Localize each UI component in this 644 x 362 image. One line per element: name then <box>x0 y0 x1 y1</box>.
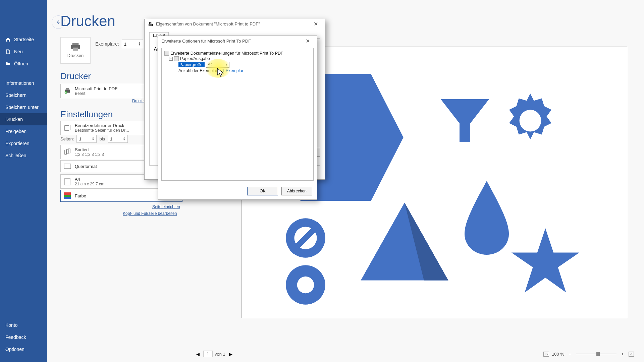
close-button[interactable]: ✕ <box>310 20 322 28</box>
sidebar-item-label: Speichern <box>5 93 26 98</box>
preview-footer: ◀ von 1 ▶ ▭ 100 % − + ⤢ <box>195 351 634 357</box>
doc-icon <box>164 51 169 56</box>
shape-nosymbol <box>282 215 329 261</box>
tree-group-paper[interactable]: − Papier/Ausgabe <box>169 56 311 61</box>
zoom-out-button[interactable]: − <box>567 352 574 357</box>
pages-from-input[interactable] <box>79 136 89 141</box>
sidebar-item-label: Feedback <box>5 335 26 340</box>
sidebar-item-label: Konto <box>5 322 18 328</box>
pages-icon <box>63 124 71 132</box>
prev-page-button[interactable]: ◀ <box>195 352 201 357</box>
backstage-sidebar: Startseite Neu Öffnen Informationen Spei… <box>0 0 47 362</box>
sidebar-item-label: Freigeben <box>5 129 26 134</box>
copies-label: Exemplare: <box>95 41 119 47</box>
shape-pyramid <box>353 198 457 295</box>
svg-rect-10 <box>68 148 70 153</box>
color-swatch-icon <box>63 192 71 200</box>
spinner-arrows-icon[interactable]: ▲▼ <box>92 137 95 141</box>
print-button[interactable]: Drucken <box>60 37 91 64</box>
tree-group-label: Papier/Ausgabe <box>180 56 210 61</box>
sidebar-item-label: Öffnen <box>14 61 28 66</box>
sidebar-item-freigeben[interactable]: Freigeben <box>0 125 47 137</box>
sidebar-item-label: Optionen <box>5 347 24 352</box>
chevron-down-icon: ▼ <box>225 63 228 66</box>
cancel-button[interactable]: Abbrechen <box>281 187 312 195</box>
page-icon <box>63 178 71 186</box>
svg-rect-2 <box>73 47 78 50</box>
sidebar-item-feedback[interactable]: Feedback <box>0 331 47 343</box>
tree-item-papersize[interactable]: Papiergröße: A4 ▼ <box>178 62 311 68</box>
zoom-slider[interactable] <box>576 354 616 354</box>
open-icon <box>5 61 11 66</box>
copies-tree-label: Anzahl der Exemplare: <box>178 68 221 73</box>
sidebar-item-neu[interactable]: Neu <box>0 46 47 58</box>
spinner-arrows-icon[interactable]: ▲▼ <box>123 137 125 141</box>
backstage-content: Drucken Drucken Exemplare: ▲▼ Drucker i … <box>47 0 644 362</box>
zoom-in-button[interactable]: + <box>619 352 626 357</box>
shape-donut <box>282 261 329 308</box>
tree-item-copies[interactable]: Anzahl der Exemplare: 1 Exemplar <box>178 68 311 73</box>
page-setup-link[interactable]: Seite einrichten <box>152 204 180 209</box>
collapse-icon[interactable]: − <box>169 57 173 61</box>
dialog-titlebar[interactable]: Erweiterte Optionen für Microsoft Print … <box>158 36 317 46</box>
spinner-arrows-icon[interactable]: ▲▼ <box>138 42 141 46</box>
papersize-label: Papiergröße: <box>178 62 205 67</box>
sidebar-item-label: Speichern unter <box>5 105 39 110</box>
close-button[interactable]: ✕ <box>302 37 314 45</box>
copies-input[interactable] <box>124 42 134 47</box>
svg-rect-11 <box>64 164 71 169</box>
copies-tree-value: 1 Exemplar <box>222 68 243 73</box>
sidebar-item-label: Exportieren <box>5 141 30 146</box>
folder-icon <box>174 56 179 61</box>
sidebar-item-schliessen[interactable]: Schließen <box>0 149 47 162</box>
zoom-to-page-icon[interactable]: ⤢ <box>629 352 634 357</box>
zoom-thumb[interactable] <box>596 352 600 356</box>
shape-star <box>507 225 584 298</box>
svg-point-14 <box>520 110 541 132</box>
page-number-input[interactable] <box>203 351 213 357</box>
sidebar-item-exportieren[interactable]: Exportieren <box>0 137 47 149</box>
sidebar-item-drucken[interactable]: Drucken <box>0 113 47 125</box>
copies-spinner[interactable]: ▲▼ <box>122 40 143 48</box>
svg-rect-8 <box>65 150 67 154</box>
papersize-combo[interactable]: A4 ▼ <box>206 62 229 68</box>
sidebar-item-label: Startseite <box>14 37 34 42</box>
copies-row: Exemplare: ▲▼ <box>95 40 143 48</box>
new-icon <box>5 49 11 54</box>
fit-to-page-icon[interactable]: ▭ <box>543 352 549 357</box>
sidebar-item-optionen[interactable]: Optionen <box>0 343 47 355</box>
sidebar-item-oeffnen[interactable]: Öffnen <box>0 58 47 70</box>
next-page-button[interactable]: ▶ <box>227 352 234 357</box>
sidebar-item-speichern[interactable]: Speichern <box>0 89 47 101</box>
pages-from-label: Seiten: <box>60 136 74 141</box>
print-button-label: Drucken <box>67 53 84 58</box>
svg-rect-0 <box>72 43 79 45</box>
pages-to-label: bis <box>99 136 105 141</box>
printer-icon <box>63 87 71 95</box>
zoom-pct: 100 % <box>552 352 564 357</box>
page-of-label: von 1 <box>215 352 225 357</box>
pages-to-input[interactable] <box>110 136 120 141</box>
sidebar-item-startseite[interactable]: Startseite <box>0 34 47 46</box>
shape-drop <box>463 181 510 255</box>
dialog-icon: 🖶 <box>148 21 153 27</box>
ok-button[interactable]: OK <box>247 187 278 195</box>
svg-rect-12 <box>65 178 70 185</box>
svg-rect-4 <box>66 88 69 89</box>
tree-root[interactable]: Erweiterte Dokumenteinstellungen für Mic… <box>164 51 311 56</box>
collate-icon <box>63 148 71 156</box>
advanced-options-dialog: Erweiterte Optionen für Microsoft Print … <box>158 36 317 200</box>
shape-gear <box>500 90 560 151</box>
svg-point-19 <box>297 277 314 293</box>
svg-rect-9 <box>66 149 68 154</box>
header-footer-link[interactable]: Kopf- und Fußzeile bearbeiten <box>123 211 177 216</box>
pages-to-spinner[interactable]: ▲▼ <box>108 135 128 143</box>
svg-marker-22 <box>512 228 579 292</box>
sidebar-item-konto[interactable]: Konto <box>0 319 47 331</box>
sidebar-item-informationen[interactable]: Informationen <box>0 77 47 89</box>
sidebar-item-label: Schließen <box>5 153 26 158</box>
sidebar-item-speichern-unter[interactable]: Speichern unter <box>0 101 47 113</box>
dialog-titlebar[interactable]: 🖶 Eigenschaften von Dokument "Microsoft … <box>145 19 325 29</box>
pages-from-spinner[interactable]: ▲▼ <box>76 135 97 143</box>
settings-section-header: Einstellungen <box>60 109 113 120</box>
